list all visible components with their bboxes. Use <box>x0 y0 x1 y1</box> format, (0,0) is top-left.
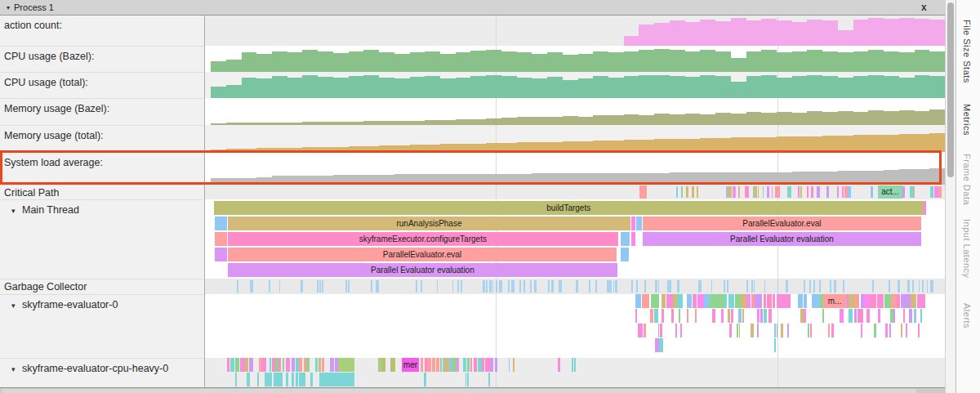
track-label-sf0[interactable]: ▾skyframe-evaluator-0 <box>0 294 203 358</box>
flame-sliver <box>631 217 635 230</box>
trace-event-slice <box>909 309 913 323</box>
track-label-mem_total: Memory usage (total): <box>0 125 203 152</box>
collapse-arrow-icon[interactable]: ▾ <box>11 207 22 215</box>
trace-event-slice <box>695 309 697 323</box>
trace-event-tick <box>751 280 753 293</box>
sidebar-tab-metrics[interactable]: Metrics <box>962 104 972 136</box>
trace-event-slice <box>704 294 710 308</box>
collapse-arrow-icon[interactable]: ▾ <box>11 365 22 373</box>
sidebar-tab-input-latency[interactable]: Input Latency <box>962 219 972 279</box>
flame-sliver <box>631 232 635 246</box>
flame-bar[interactable]: skyframeExecutor.configureTargets <box>228 232 618 246</box>
counter-chart-cpu_total <box>205 72 945 98</box>
trace-event-tick <box>724 280 725 293</box>
trace-event-slice <box>478 358 482 372</box>
trace-event-tick <box>483 280 484 293</box>
close-icon[interactable]: x <box>921 2 927 13</box>
trace-event-tick <box>319 280 321 293</box>
trace-event-slice <box>885 324 888 337</box>
trace-event-slice <box>687 309 689 323</box>
sidebar-tab-alerts[interactable]: Alerts <box>962 303 972 328</box>
trace-event-slice <box>742 309 745 323</box>
trace-event-slice <box>831 324 834 337</box>
trace-event-tick <box>534 280 536 293</box>
slice <box>659 338 663 352</box>
flame-sliver <box>621 248 630 261</box>
trace-event-tick <box>345 280 347 293</box>
trace-event-tick <box>421 280 422 293</box>
track-label-main[interactable]: ▾Main Thread <box>0 199 203 279</box>
flame-bar[interactable]: ParallelEvaluator.eval <box>643 217 922 230</box>
flame-bar[interactable]: buildTargets <box>214 201 924 215</box>
trace-event-slice <box>299 358 302 372</box>
track-row-critical[interactable] <box>205 185 945 199</box>
trace-event-slice <box>235 358 239 372</box>
trace-event-slice <box>444 358 448 372</box>
trace-event-slice <box>728 309 730 323</box>
horizontal-scrollbar[interactable] <box>0 387 945 393</box>
labeled-slice[interactable]: mer <box>402 358 420 372</box>
trace-event-tick <box>237 280 238 293</box>
flame-bar[interactable]: Parallel Evaluator evaluation <box>228 263 617 277</box>
trace-event-slice <box>488 373 490 386</box>
trace-event-slice <box>693 294 697 308</box>
track-label-text: Memory usage (Bazel): <box>4 103 109 114</box>
trace-event-tick <box>811 186 813 198</box>
trace-event-slice <box>798 294 803 308</box>
track-label-text: Critical Path <box>4 187 59 199</box>
trace-event-slice <box>878 309 881 323</box>
sidebar-tab-file-size-stats[interactable]: File Size Stats <box>962 20 972 83</box>
sidebar-tab-frame-data[interactable]: Frame Data <box>962 154 972 205</box>
flame-sliver <box>215 217 227 230</box>
trace-event-tick <box>371 280 372 293</box>
counter-chart-action <box>205 15 945 46</box>
trace-event-slice <box>897 294 900 308</box>
flame-sliver <box>924 201 927 215</box>
track-label-sfheavy[interactable]: ▾skyframe-evaluator-cpu-heavy-0 <box>0 358 203 387</box>
trace-event-slice <box>901 324 903 337</box>
flame-bar[interactable]: runAnalysisPhase <box>228 217 631 230</box>
trace-event-slice <box>269 373 272 386</box>
flame-bar[interactable]: ParallelEvaluator.eval <box>228 248 617 261</box>
trace-event-slice <box>760 309 763 323</box>
trace-event-slice <box>800 309 804 323</box>
trace-event-tick <box>728 186 729 198</box>
trace-event-slice <box>296 373 298 386</box>
trace-event-slice <box>810 324 812 337</box>
trace-event-tick <box>772 186 773 198</box>
trace-event-slice <box>918 324 920 337</box>
trace-event-tick <box>452 280 454 293</box>
collapse-arrow-icon[interactable]: ▾ <box>11 301 22 310</box>
trace-event-slice <box>424 373 426 386</box>
counter-chart-mem_bazel <box>205 98 945 125</box>
track-label-text: skyframe-evaluator-cpu-heavy-0 <box>22 363 168 374</box>
trace-event-slice <box>635 309 637 323</box>
collapse-arrow-icon[interactable]: ▾ <box>7 4 10 11</box>
trace-event-slice <box>452 358 457 372</box>
trace-event-slice <box>671 309 674 323</box>
trace-event-slice <box>768 309 773 323</box>
trace-event-slice <box>654 309 658 323</box>
labeled-slice[interactable]: act... <box>878 185 902 199</box>
slice <box>639 185 647 199</box>
trace-event-slice <box>783 294 791 308</box>
trace-event-slice <box>751 324 754 337</box>
trace-event-slice <box>920 309 923 323</box>
trace-event-tick <box>697 186 698 198</box>
trace-event-slice <box>296 358 299 372</box>
trace-event-tick <box>519 280 521 293</box>
vertical-scrollbar[interactable] <box>945 0 956 393</box>
trace-event-tick <box>548 280 550 293</box>
trace-event-tick <box>681 186 683 198</box>
trace-event-tick <box>809 280 811 293</box>
labeled-slice[interactable]: m... <box>823 294 847 308</box>
trace-event-tick <box>692 186 694 198</box>
vertical-scrollbar-thumb[interactable] <box>947 2 954 177</box>
trace-event-tick <box>499 280 501 293</box>
trace-event-tick <box>636 280 638 293</box>
trace-event-slice <box>490 358 493 372</box>
flame-bar[interactable]: Parallel Evaluator evaluation <box>643 232 922 246</box>
trace-event-tick <box>658 280 660 293</box>
horizontal-scrollbar-thumb[interactable] <box>2 389 916 393</box>
counter-chart-mem_total <box>205 125 945 152</box>
